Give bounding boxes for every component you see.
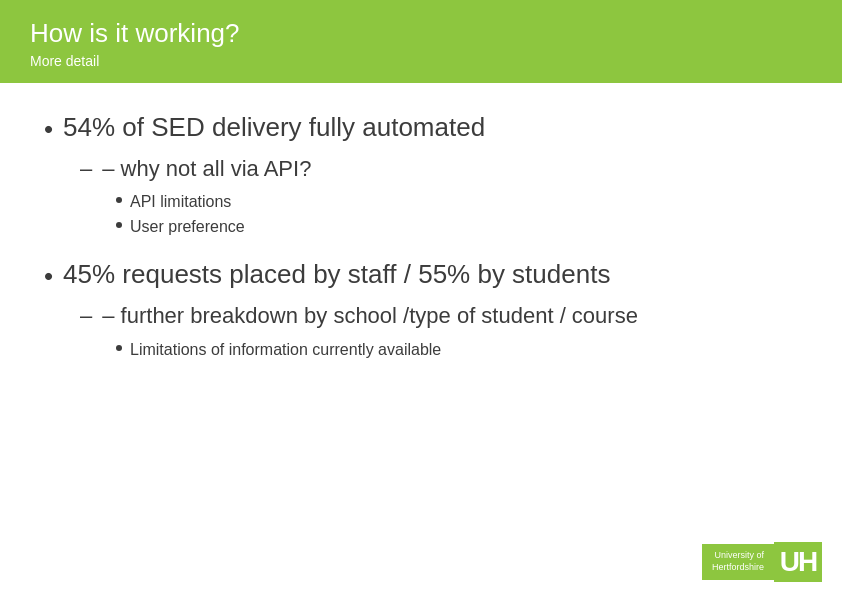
main-bullet-1-text: 54% of SED delivery fully automated bbox=[63, 111, 485, 145]
header-title: How is it working? bbox=[30, 18, 812, 49]
main-bullet-2-text: 45% requests placed by staff / 55% by st… bbox=[63, 258, 610, 292]
sub-bullet-2-dash: – bbox=[80, 302, 92, 331]
uh-logo-text: UH bbox=[780, 548, 816, 576]
footer-logo: UH bbox=[774, 542, 822, 582]
university-name: University of bbox=[714, 550, 764, 560]
footer: University of Hertfordshire UH bbox=[702, 542, 822, 582]
nested-bullets-1: API limitations User preference bbox=[44, 191, 798, 238]
main-bullet-1: • 54% of SED delivery fully automated bbox=[44, 111, 798, 147]
content: • 54% of SED delivery fully automated – … bbox=[0, 83, 842, 596]
sub-bullet-1-text: – why not all via API? bbox=[102, 155, 311, 184]
nested-bullet-1-2: User preference bbox=[116, 216, 798, 238]
nested-bullets-2: Limitations of information currently ava… bbox=[44, 339, 798, 361]
main-bullet-2: • 45% requests placed by staff / 55% by … bbox=[44, 258, 798, 294]
bullet-dot-2: • bbox=[44, 260, 53, 294]
nested-bullet-dot-1-1 bbox=[116, 197, 122, 203]
nested-bullet-2-1-text: Limitations of information currently ava… bbox=[130, 339, 441, 361]
nested-bullet-2-1: Limitations of information currently ava… bbox=[116, 339, 798, 361]
bullet-dot-1: • bbox=[44, 113, 53, 147]
footer-text: University of Hertfordshire bbox=[702, 544, 774, 579]
header: How is it working? More detail bbox=[0, 0, 842, 83]
sub-bullet-2-text: – further breakdown by school /type of s… bbox=[102, 302, 638, 331]
sub-bullet-1: – – why not all via API? bbox=[44, 155, 798, 184]
nested-bullet-1-1-text: API limitations bbox=[130, 191, 231, 213]
sub-bullet-2: – – further breakdown by school /type of… bbox=[44, 302, 798, 331]
sub-bullet-1-dash: – bbox=[80, 155, 92, 184]
nested-bullet-dot-2-1 bbox=[116, 345, 122, 351]
slide: How is it working? More detail • 54% of … bbox=[0, 0, 842, 596]
header-subtitle: More detail bbox=[30, 53, 812, 69]
nested-bullet-dot-1-2 bbox=[116, 222, 122, 228]
bullet-section-2: • 45% requests placed by staff / 55% by … bbox=[44, 258, 798, 361]
nested-bullet-1-2-text: User preference bbox=[130, 216, 245, 238]
bullet-section-1: • 54% of SED delivery fully automated – … bbox=[44, 111, 798, 238]
nested-bullet-1-1: API limitations bbox=[116, 191, 798, 213]
university-location: Hertfordshire bbox=[712, 562, 764, 572]
